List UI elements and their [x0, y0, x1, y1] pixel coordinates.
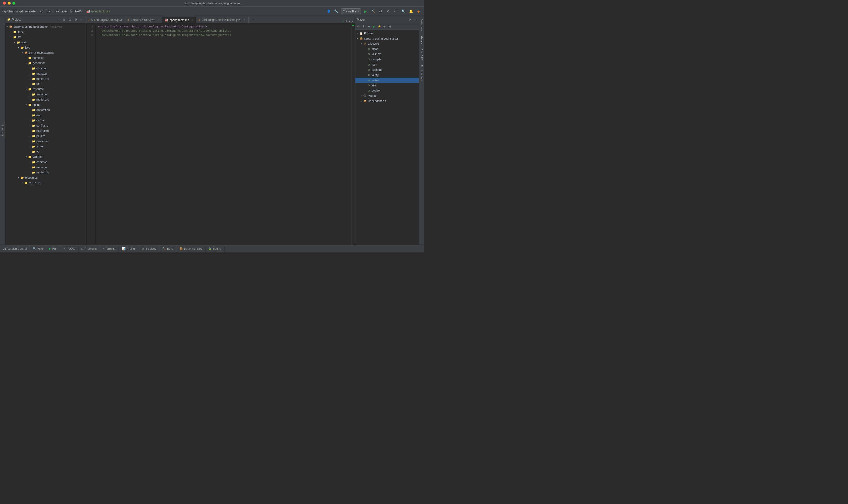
- vcs-button[interactable]: 🔧: [333, 8, 340, 14]
- tab-click-image[interactable]: J ClickImageCheckDefinition.java ×: [196, 17, 249, 23]
- search-button[interactable]: 🔍: [400, 8, 406, 14]
- check-nav-up[interactable]: ∧: [348, 20, 350, 23]
- settings-tree-button[interactable]: ⚙: [73, 17, 78, 22]
- tree-item-resource[interactable]: ▾ 📁 resource: [5, 87, 86, 92]
- tree-item-generator[interactable]: ▾ 📁 generator: [5, 60, 86, 66]
- maven-item-plugins[interactable]: › 🔌 Plugins: [355, 93, 419, 98]
- tree-item-validator[interactable]: ▾ 📁 validator: [5, 154, 86, 160]
- maven-item-module[interactable]: ▾ 📦 captcha-spring-boot-starter: [355, 36, 419, 41]
- maven-item-compile[interactable]: › ⚙ compile: [355, 57, 419, 62]
- maven-item-profiles[interactable]: › 📋 Profiles: [355, 31, 419, 36]
- maven-expand-button[interactable]: ⊞: [387, 24, 392, 29]
- ide-button[interactable]: ◆: [415, 8, 422, 14]
- breadcrumb-main[interactable]: main: [46, 10, 52, 13]
- status-spring[interactable]: 🍃 Spring: [205, 245, 224, 252]
- run-button[interactable]: ▶: [362, 8, 368, 14]
- tree-item-root[interactable]: ▾ 📦 captcha-spring-boot-starter ~/IdeaPr…: [5, 24, 86, 29]
- maven-item-package[interactable]: › ⚙ package: [355, 67, 419, 72]
- maven-item-install[interactable]: › ⚙ install: [355, 78, 419, 83]
- tree-item-val-manager[interactable]: › 📁 manager: [5, 165, 86, 170]
- status-services[interactable]: ⚙ Services: [139, 245, 159, 252]
- minimize-panel-button[interactable]: —: [79, 17, 84, 22]
- scroll-to-button[interactable]: ⊡: [68, 17, 72, 22]
- tree-item-cache[interactable]: › 📁 cache: [5, 118, 86, 123]
- tab-close-request[interactable]: ×: [157, 18, 160, 21]
- more-button[interactable]: ⋯: [393, 8, 399, 14]
- right-strip-database[interactable]: Database: [420, 17, 423, 33]
- breadcrumb-project[interactable]: captcha-spring-boot-starter: [2, 10, 36, 13]
- maven-add-button[interactable]: +: [366, 24, 371, 29]
- status-build[interactable]: 🔨 Build: [159, 245, 176, 252]
- status-todo[interactable]: ✓ TODO: [60, 245, 78, 252]
- maven-item-lifecycle[interactable]: ▾ ⚙ Lifecycle: [355, 41, 419, 47]
- tab-slider-java[interactable]: J SliderImageCaptcha.java: [86, 17, 125, 23]
- structure-tab[interactable]: Structure: [0, 123, 5, 139]
- breadcrumb-meta-inf[interactable]: META-INF: [70, 10, 84, 13]
- tree-item-val-common[interactable]: › 📁 common: [5, 160, 86, 165]
- profile-button[interactable]: 👤: [326, 8, 332, 14]
- minimize-button[interactable]: [7, 2, 11, 5]
- maven-item-test[interactable]: › ⚙ test: [355, 62, 419, 67]
- status-find[interactable]: 🔍 Find: [30, 245, 46, 252]
- reload-button[interactable]: ↺: [378, 8, 384, 14]
- close-button[interactable]: [3, 2, 6, 5]
- tree-item-val-modeldto[interactable]: › 📁 model.dto: [5, 170, 86, 175]
- tree-item-plugins[interactable]: › 📁 plugins: [5, 133, 86, 139]
- tree-item-exception[interactable]: › 📁 exception: [5, 128, 86, 133]
- tree-item-resources[interactable]: ▾ 📂 resources: [5, 175, 86, 180]
- maven-debug-button[interactable]: ⚡: [377, 24, 382, 29]
- maven-item-verify[interactable]: › ⚙ verify: [355, 72, 419, 78]
- editor-content[interactable]: 1 2 3 org.springframework.boot.autoconfi…: [86, 23, 355, 245]
- tab-request-param[interactable]: J RequestParam.java ×: [125, 17, 163, 23]
- status-dependencies[interactable]: 📦 Dependencies: [176, 245, 205, 252]
- tree-item-res-modeldto[interactable]: › 📁 model.dto: [5, 97, 86, 102]
- breadcrumb-resources[interactable]: resources: [55, 10, 68, 13]
- maven-minimize-button[interactable]: —: [412, 17, 417, 22]
- tab-spring-factories[interactable]: 🏭 spring.factories ×: [162, 17, 196, 23]
- tree-item-common[interactable]: › 📁 common: [5, 55, 86, 60]
- check-nav-down[interactable]: ∨: [351, 20, 353, 23]
- breadcrumb-file[interactable]: 🏭 spring.factories: [86, 10, 110, 13]
- maven-download-button[interactable]: ⬇: [361, 24, 366, 29]
- tab-close-factories[interactable]: ×: [190, 18, 194, 22]
- status-problems[interactable]: ⚠ Problems: [78, 245, 100, 252]
- status-profiler[interactable]: 📊 Profiler: [119, 245, 139, 252]
- maven-settings-button[interactable]: ⚙: [408, 17, 412, 22]
- maximize-button[interactable]: [12, 2, 15, 5]
- tree-item-annotation[interactable]: › 📁 annotation: [5, 107, 86, 113]
- maven-reload-button[interactable]: ↺: [356, 24, 361, 29]
- right-strip-notifications[interactable]: Notifications: [420, 63, 423, 83]
- code-area[interactable]: org.springframework.boot.autoconfigure.E…: [95, 23, 351, 245]
- tree-item-spring[interactable]: ▾ 📁 spring: [5, 102, 86, 107]
- project-tree[interactable]: ▾ 📦 captcha-spring-boot-starter ~/IdeaPr…: [5, 23, 86, 245]
- maven-content[interactable]: › 📋 Profiles ▾ 📦 captcha-spring-boot-sta…: [355, 30, 419, 245]
- collapse-all-button[interactable]: ≡: [56, 17, 61, 22]
- tree-item-gen-common[interactable]: › 📁 common: [5, 66, 86, 71]
- tree-item-gen-manager[interactable]: › 📁 manager: [5, 71, 86, 76]
- tree-item-gen-modeldto[interactable]: › 📁 model.dto: [5, 76, 86, 82]
- tree-item-gen-util[interactable]: › 📁 util: [5, 82, 86, 87]
- current-file-dropdown[interactable]: Current File ▾: [341, 8, 361, 14]
- maven-item-deploy[interactable]: › ⚙ deploy: [355, 88, 419, 93]
- tab-close-click[interactable]: ×: [243, 18, 246, 21]
- tree-item-src[interactable]: ▾ 📁 src: [5, 35, 86, 40]
- tree-item-idea[interactable]: › 📁 .idea: [5, 29, 86, 35]
- tree-item-res-manager[interactable]: › 📁 manager: [5, 92, 86, 97]
- status-version-control[interactable]: ⎇ Version Control: [0, 245, 30, 252]
- maven-item-clean[interactable]: › ⚙ clean: [355, 47, 419, 52]
- maven-item-deps[interactable]: › 📦 Dependencies: [355, 98, 419, 104]
- tree-item-java[interactable]: ▾ 📂 java: [5, 45, 86, 50]
- right-strip-chatgpt[interactable]: ChatGPT: [420, 47, 423, 62]
- breadcrumb-src[interactable]: src: [39, 10, 43, 13]
- right-strip-maven[interactable]: Maven: [420, 34, 423, 46]
- build-button[interactable]: 🔨: [370, 8, 376, 14]
- tree-item-configure[interactable]: › 📁 configure: [5, 123, 86, 128]
- tree-item-metainf[interactable]: › 📁 META-INF: [5, 180, 86, 185]
- status-terminal[interactable]: ▸ Terminal: [100, 245, 119, 252]
- maven-item-validate[interactable]: › ⚙ validate: [355, 52, 419, 57]
- tab-more-button[interactable]: ⋯: [249, 17, 256, 23]
- tree-item-properties[interactable]: › 📁 properties: [5, 139, 86, 144]
- settings-button[interactable]: ⚙: [385, 8, 391, 14]
- tree-item-package[interactable]: ▾ 📦 com.github.captcha: [5, 50, 86, 55]
- maven-item-site[interactable]: › ⚙ site: [355, 83, 419, 88]
